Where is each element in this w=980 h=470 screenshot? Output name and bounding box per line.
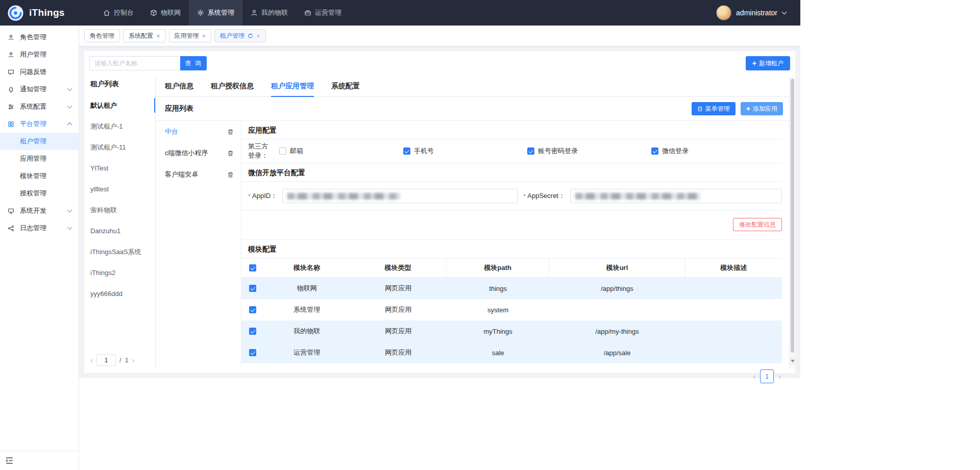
sidebar-collapse-icon[interactable]: [5, 456, 14, 465]
search-button[interactable]: 查 询: [180, 56, 207, 70]
tenant-item[interactable]: yllltest: [89, 179, 155, 200]
tenant-item[interactable]: 测试租户-11: [89, 137, 155, 158]
page-tab-tenant-manage[interactable]: 租户管理: [214, 29, 266, 42]
login-option-email[interactable]: 邮箱: [279, 146, 403, 156]
next-page-icon[interactable]: ›: [132, 356, 135, 364]
table-row[interactable]: 物联网 网页应用 things /app/things: [241, 278, 782, 299]
trash-icon[interactable]: [227, 150, 234, 157]
table-row[interactable]: 我的物联 网页应用 myThings /app/my-things: [241, 320, 782, 342]
next-page-icon[interactable]: ›: [778, 373, 781, 380]
sidebar-item-log-manage[interactable]: 日志管理: [0, 219, 79, 237]
tab-system-config[interactable]: 系统配置: [331, 77, 360, 97]
nav-item-console[interactable]: 控制台: [95, 0, 142, 26]
sidebar-item-system-config[interactable]: 系统配置: [0, 98, 79, 115]
brand[interactable]: iThings: [0, 5, 81, 21]
add-app-button[interactable]: + 添加应用: [741, 102, 783, 115]
column-header: 模块描述: [685, 263, 782, 273]
module-config-section: 模块配置 模块名称 模块类型 模块path 模块url: [241, 239, 782, 383]
tab-tenant-app-manage[interactable]: 租户应用管理: [271, 77, 314, 97]
login-option-phone[interactable]: 手机号: [403, 146, 527, 156]
nav-item-system-manage[interactable]: 系统管理: [189, 0, 242, 26]
add-tenant-button[interactable]: + 新增租户: [746, 56, 790, 70]
login-option-wechat[interactable]: 微信登录: [651, 146, 775, 156]
checkbox-icon[interactable]: [403, 147, 410, 155]
column-header: 模块url: [549, 259, 685, 277]
logo-icon: [7, 5, 24, 21]
menu-manage-button[interactable]: 菜单管理: [692, 102, 736, 115]
modify-config-button[interactable]: 修改配置信息: [733, 218, 782, 231]
sidebar-item-feedback[interactable]: 问题反馈: [0, 63, 79, 81]
sidebar-item-app-manage[interactable]: 应用管理: [0, 150, 79, 167]
appsecret-input[interactable]: [570, 189, 782, 203]
nav-item-iot[interactable]: 物联网: [142, 0, 189, 26]
sidebar-item-notify-manage[interactable]: 通知管理: [0, 81, 79, 98]
sidebar-item-label: 系统配置: [20, 102, 46, 111]
nav-item-operations[interactable]: 运营管理: [296, 0, 350, 26]
sidebar-item-label: 平台管理: [20, 119, 46, 129]
vertical-scrollbar[interactable]: [789, 77, 795, 369]
prev-page-icon[interactable]: ‹: [90, 356, 93, 364]
tenant-item[interactable]: YlTest: [89, 158, 155, 179]
current-page-button[interactable]: 1: [760, 369, 774, 383]
page-tab-system-config[interactable]: 系统配置: [123, 29, 166, 42]
tab-tenant-info[interactable]: 租户信息: [165, 77, 193, 97]
checkbox-icon[interactable]: [249, 285, 256, 292]
checkbox-icon[interactable]: [527, 147, 534, 155]
tenant-item[interactable]: 萤科物联: [89, 200, 155, 220]
content-area: 查 询 + 新增租户 租户列表 默认租户 测试租户-1 测试租户-1: [79, 46, 800, 378]
scrollbar-thumb[interactable]: [791, 79, 794, 353]
sidebar-item-label: 授权管理: [20, 189, 46, 198]
tenant-item[interactable]: iThingsSaaS系统: [89, 241, 155, 262]
table-row[interactable]: 运营管理 网页应用 sale /app/sale: [241, 342, 782, 363]
sidebar-item-tenant-manage[interactable]: 租户管理: [0, 133, 79, 150]
page-tab-role-manage[interactable]: 角色管理: [84, 29, 120, 42]
appid-input[interactable]: [282, 189, 518, 203]
gear-icon: [197, 9, 204, 16]
tenant-name: 测试租户-1: [90, 122, 123, 131]
tenant-list: 默认租户 测试租户-1 测试租户-11 YlTest yllltest 萤科物联…: [89, 95, 155, 350]
tenant-item[interactable]: Danzuhu1: [89, 220, 155, 241]
tenant-item[interactable]: 测试租户-1: [89, 116, 155, 137]
prev-page-icon[interactable]: ‹: [753, 373, 755, 380]
scrollbar-down-button[interactable]: [790, 357, 795, 365]
refresh-icon[interactable]: [248, 33, 253, 39]
tenant-item[interactable]: 默认租户: [89, 95, 155, 116]
sidebar-item-user-manage[interactable]: 用户管理: [0, 46, 79, 63]
tab-tenant-auth-info[interactable]: 租户授权信息: [211, 77, 254, 97]
tenant-item[interactable]: yyy666ddd: [89, 283, 155, 304]
third-party-label: 第三方登录：: [248, 142, 274, 160]
trash-icon[interactable]: [227, 129, 234, 135]
app-item[interactable]: c端微信小程序: [156, 142, 241, 164]
login-option-password[interactable]: 账号密码登录: [527, 146, 651, 156]
user-menu[interactable]: administrator: [716, 5, 800, 20]
close-icon[interactable]: [202, 33, 206, 39]
checkbox-icon[interactable]: [249, 264, 256, 271]
table-row[interactable]: 系统管理 网页应用 system: [241, 299, 782, 320]
sidebar-item-platform-manage[interactable]: 平台管理: [0, 115, 79, 133]
app-window: iThings 控制台 物联网 系统管理 我的物联 运营管理: [0, 0, 800, 470]
app-item[interactable]: 客户端安卓: [156, 164, 241, 185]
nav-item-label: 运营管理: [315, 8, 341, 17]
trash-icon[interactable]: [227, 171, 234, 178]
close-icon[interactable]: [256, 33, 260, 39]
app-item[interactable]: 中台: [156, 121, 241, 142]
sidebar-item-auth-manage[interactable]: 授权管理: [0, 185, 79, 202]
page-number-input[interactable]: 1: [96, 354, 116, 366]
sidebar-item-module-manage[interactable]: 模块管理: [0, 167, 79, 185]
tenant-name: 默认租户: [90, 101, 117, 110]
username: administrator: [736, 9, 777, 17]
checkbox-icon[interactable]: [651, 147, 658, 155]
nav-item-my-iot[interactable]: 我的物联: [242, 0, 296, 26]
checkbox-icon[interactable]: [279, 147, 286, 155]
module-type: 网页应用: [350, 284, 447, 293]
tenant-pagination: ‹ 1 / 1 ›: [89, 350, 155, 367]
checkbox-icon[interactable]: [249, 306, 256, 313]
close-icon[interactable]: [156, 33, 160, 39]
checkbox-icon[interactable]: [249, 328, 256, 335]
checkbox-icon[interactable]: [249, 349, 256, 356]
search-input[interactable]: [89, 56, 180, 70]
sidebar-item-role-manage[interactable]: 角色管理: [0, 29, 79, 46]
page-tab-app-manage[interactable]: 应用管理: [169, 29, 212, 42]
sidebar-item-system-dev[interactable]: 系统开发: [0, 202, 79, 219]
tenant-item[interactable]: iThings2: [89, 262, 155, 283]
